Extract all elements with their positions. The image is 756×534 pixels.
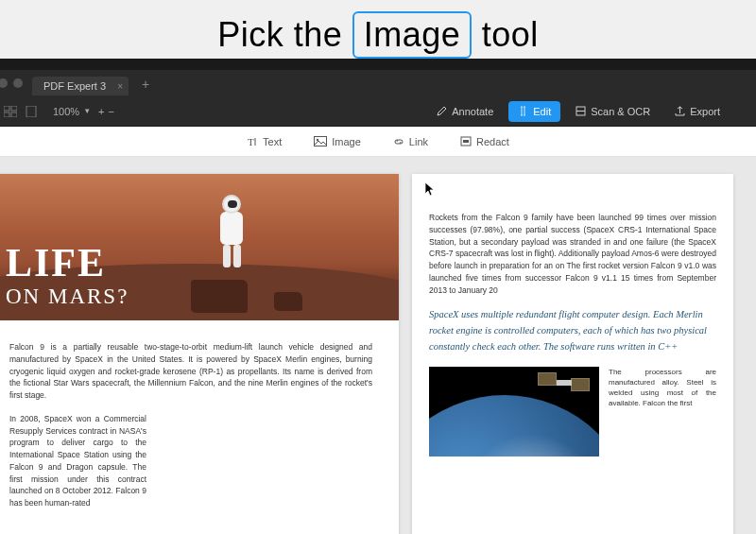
page-2[interactable]: Rockets from the Falcon 9 family have be… [412,174,733,534]
main-toolbar: 100% ▼ + − Annotate Edit Scan & OCR Expo… [0,96,756,127]
earth-image[interactable] [429,367,599,456]
page-2-body[interactable]: Rockets from the Falcon 9 family have be… [412,174,733,470]
paragraph[interactable]: Falcon 9 is a partially reusable two-sta… [9,341,372,402]
svg-text:T: T [248,136,254,147]
link-tool-button[interactable]: Link [386,132,436,151]
export-button[interactable]: Export [665,101,730,122]
document-viewport[interactable]: LIFE ON MARS? Falcon 9 is a partially re… [0,157,756,534]
document-tab[interactable]: PDF Expert 3 × [32,77,129,95]
svg-rect-14 [463,140,469,143]
scan-ocr-button[interactable]: Scan & OCR [566,101,660,122]
redact-tool-button[interactable]: Redact [453,132,517,151]
image-tool-button[interactable]: Image [306,132,369,151]
edit-button[interactable]: Edit [508,101,560,122]
zoom-in-button[interactable]: + [98,106,104,117]
scan-icon [576,106,586,116]
redact-icon [460,136,472,146]
pull-quote[interactable]: SpaceX uses multiple redundant flight co… [429,307,716,354]
view-mode-group [0,106,38,117]
zoom-control[interactable]: 100% ▼ + − [53,106,114,117]
maximize-window-icon[interactable] [13,78,23,88]
pencil-icon [437,106,447,116]
svg-rect-2 [4,106,9,111]
zoom-out-button[interactable]: − [109,106,114,117]
link-icon [393,136,404,147]
new-tab-button[interactable]: + [142,77,149,92]
minimize-window-icon[interactable] [0,78,8,88]
svg-rect-6 [26,106,36,117]
instruction-caption: Pick the Image tool [0,11,756,59]
export-icon [675,106,685,116]
annotate-button[interactable]: Annotate [427,101,503,122]
edit-subtoolbar: T Text Image Link Redact [0,127,756,157]
tab-label: PDF Expert 3 [43,80,106,92]
svg-rect-5 [11,112,17,117]
titlebar: PDF Expert 3 × + [0,70,756,96]
page-1-body[interactable]: Falcon 9 is a partially reusable two-sta… [0,320,399,534]
iss-figure [538,372,590,399]
grid-view-icon[interactable] [4,106,17,117]
svg-rect-11 [315,137,327,146]
paragraph[interactable]: Rockets from the Falcon 9 family have be… [429,212,716,296]
svg-rect-3 [11,106,17,111]
text-tool-button[interactable]: T Text [239,132,289,151]
laptop-frame: PDF Expert 3 × + 100% ▼ + − Annotate Edi… [0,59,756,534]
page-view-icon[interactable] [25,106,38,117]
chevron-down-icon[interactable]: ▼ [83,107,91,115]
close-tab-icon[interactable]: × [117,81,123,92]
image-icon [314,136,327,146]
hero-image[interactable]: LIFE ON MARS? [0,174,399,320]
page-1[interactable]: LIFE ON MARS? Falcon 9 is a partially re… [0,174,399,534]
paragraph[interactable]: In 2008, SpaceX won a Commercial Resuppl… [9,413,146,509]
window-controls[interactable] [0,78,23,88]
zoom-level: 100% [53,106,79,117]
paragraph[interactable]: The processors are manufactured alloy. S… [609,367,716,456]
hero-subtitle[interactable]: ON MARS? [6,284,129,309]
text-cursor-icon [518,106,528,116]
text-icon: T [247,136,258,147]
hero-title[interactable]: LIFE [6,245,129,283]
svg-rect-4 [4,112,9,117]
app-window: PDF Expert 3 × + 100% ▼ + − Annotate Edi… [0,70,756,534]
astronaut-figure [215,195,248,270]
